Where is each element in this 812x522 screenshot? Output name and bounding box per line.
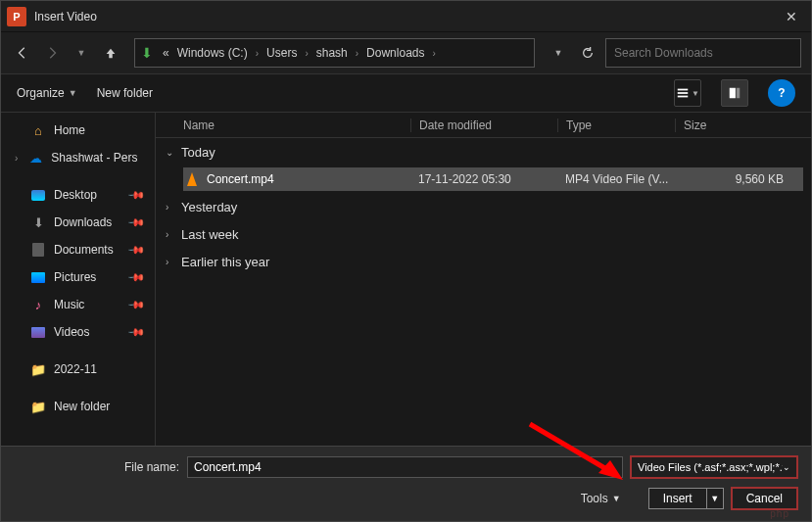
insert-button[interactable]: Insert	[648, 488, 706, 509]
preview-pane-button[interactable]	[721, 79, 748, 107]
vlc-icon	[183, 170, 201, 188]
svg-rect-0	[678, 89, 689, 91]
group-label: Earlier this year	[181, 255, 269, 269]
help-button[interactable]: ?	[768, 79, 795, 107]
svg-rect-4	[737, 88, 740, 99]
sidebar-home[interactable]: ⌂Home	[1, 117, 155, 144]
sidebar-label: Downloads	[54, 215, 112, 229]
file-list: Name Date modified Type Size ⌄Today Conc…	[156, 113, 811, 446]
breadcrumb-drive[interactable]: Windows (C:)	[175, 46, 250, 60]
chevron-down-icon: ▼	[612, 494, 621, 503]
filename-row: File name: Video Files (*.asf;*.asx;*.wp…	[15, 456, 797, 478]
tools-button[interactable]: Tools▼	[581, 492, 621, 505]
sidebar-label: Desktop	[54, 188, 97, 202]
sidebar-desktop[interactable]: Desktop📌	[1, 181, 155, 209]
sidebar-label: Pictures	[54, 270, 96, 284]
col-type[interactable]: Type	[557, 119, 675, 132]
file-date: 17-11-2022 05:30	[418, 172, 565, 186]
window-title: Insert Video	[34, 10, 778, 24]
music-icon: ♪	[30, 297, 46, 312]
button-row: Tools▼ Insert ▼ Cancel	[15, 488, 797, 509]
back-button[interactable]	[11, 41, 34, 65]
watermark: php	[770, 508, 789, 519]
sidebar-label: New folder	[54, 400, 110, 413]
chevron-right-icon: ›	[166, 229, 175, 240]
file-type-filter[interactable]: Video Files (*.asf;*.asx;*.wpl;*.w ⌄	[631, 456, 797, 478]
chevron-right-icon: ›	[15, 153, 18, 164]
sidebar-videos[interactable]: Videos📌	[1, 318, 155, 346]
pin-icon: 📌	[126, 322, 145, 341]
download-folder-icon: ⬇	[141, 45, 153, 61]
group-lastweek[interactable]: ›Last week	[156, 220, 811, 248]
col-size[interactable]: Size	[675, 119, 811, 132]
sidebar-onedrive[interactable]: ›☁Shashwat - Pers	[1, 144, 155, 171]
desktop-icon	[30, 187, 46, 203]
chevron-right-icon: ›	[166, 202, 175, 213]
chevron-right-icon: ›	[166, 257, 175, 267]
sidebar-pictures[interactable]: Pictures📌	[1, 263, 155, 291]
breadcrumb-bar[interactable]: ⬇ « Windows (C:) › Users › shash › Downl…	[134, 38, 535, 68]
up-button[interactable]	[99, 41, 122, 65]
sidebar-label: Home	[54, 123, 85, 137]
insert-video-dialog: P Insert Video ✕ ▼ ⬇ « Windows (C:) › Us…	[0, 0, 812, 522]
col-date[interactable]: Date modified	[410, 119, 557, 132]
group-today[interactable]: ⌄Today	[156, 138, 811, 166]
powerpoint-icon: P	[7, 7, 26, 26]
breadcrumb-users[interactable]: Users	[264, 46, 299, 60]
chevron-right-icon: ›	[303, 48, 310, 59]
sidebar-music[interactable]: ♪Music📌	[1, 291, 155, 318]
chevron-down-icon: ▼	[69, 88, 77, 98]
list-body: ⌄Today Concert.mp4 17-11-2022 05:30 MP4 …	[156, 138, 811, 446]
group-label: Yesterday	[181, 200, 237, 214]
organize-button[interactable]: Organize▼	[17, 86, 77, 100]
forward-button[interactable]	[40, 41, 64, 65]
view-mode-button[interactable]: ▼	[674, 79, 701, 107]
sidebar-label: Shashwat - Pers	[51, 151, 137, 165]
nav-row: ▼ ⬇ « Windows (C:) › Users › shash › Dow…	[1, 32, 811, 73]
main-area: ⌂Home ›☁Shashwat - Pers Desktop📌 ⬇Downlo…	[1, 113, 811, 446]
pin-icon: 📌	[126, 295, 145, 313]
sidebar-label: Music	[54, 298, 84, 311]
svg-rect-3	[730, 88, 736, 99]
chevron-down-icon: ⌄	[166, 147, 175, 158]
titlebar: P Insert Video ✕	[1, 1, 811, 32]
group-label: Today	[181, 145, 215, 160]
sidebar-folder-2022-11[interactable]: 📁2022-11	[1, 356, 155, 383]
search-input[interactable]	[605, 38, 801, 68]
filename-label: File name:	[15, 460, 179, 474]
chevron-down-icon: ⌄	[783, 462, 790, 472]
breadcrumb-downloads[interactable]: Downloads	[364, 46, 426, 60]
sidebar: ⌂Home ›☁Shashwat - Pers Desktop📌 ⬇Downlo…	[1, 113, 156, 446]
breadcrumb-user[interactable]: shash	[314, 46, 350, 60]
cloud-icon: ☁	[27, 150, 43, 166]
insert-dropdown[interactable]: ▼	[706, 488, 724, 509]
recent-dropdown[interactable]: ▼	[70, 41, 93, 65]
cancel-button[interactable]: Cancel	[732, 488, 797, 509]
sidebar-downloads[interactable]: ⬇Downloads📌	[1, 209, 155, 236]
group-yesterday[interactable]: ›Yesterday	[156, 193, 811, 220]
pin-icon: 📌	[126, 240, 145, 259]
sidebar-label: Documents	[54, 243, 114, 257]
svg-rect-2	[678, 96, 689, 98]
folder-icon: 📁	[30, 361, 46, 377]
close-button[interactable]: ✕	[778, 9, 805, 24]
col-name[interactable]: Name	[156, 119, 410, 132]
refresh-button[interactable]	[576, 41, 599, 65]
group-earlier[interactable]: ›Earlier this year	[156, 248, 811, 275]
sidebar-label: 2022-11	[54, 362, 97, 376]
chevron-right-icon: ›	[430, 48, 437, 59]
insert-split-button: Insert ▼	[648, 488, 724, 509]
svg-rect-1	[678, 92, 689, 94]
file-type: MP4 Video File (V...	[565, 172, 683, 186]
filename-input[interactable]	[187, 456, 623, 478]
sidebar-documents[interactable]: Documents📌	[1, 236, 155, 263]
file-name: Concert.mp4	[207, 172, 418, 186]
videos-icon	[30, 324, 46, 340]
breadcrumb-dropdown[interactable]: ▼	[547, 41, 570, 65]
new-folder-button[interactable]: New folder	[97, 86, 153, 100]
breadcrumb-prefix[interactable]: «	[161, 46, 171, 60]
sidebar-label: Videos	[54, 325, 89, 339]
sidebar-folder-new[interactable]: 📁New folder	[1, 393, 155, 420]
pin-icon: 📌	[126, 267, 145, 286]
file-row-concert[interactable]: Concert.mp4 17-11-2022 05:30 MP4 Video F…	[183, 167, 803, 191]
